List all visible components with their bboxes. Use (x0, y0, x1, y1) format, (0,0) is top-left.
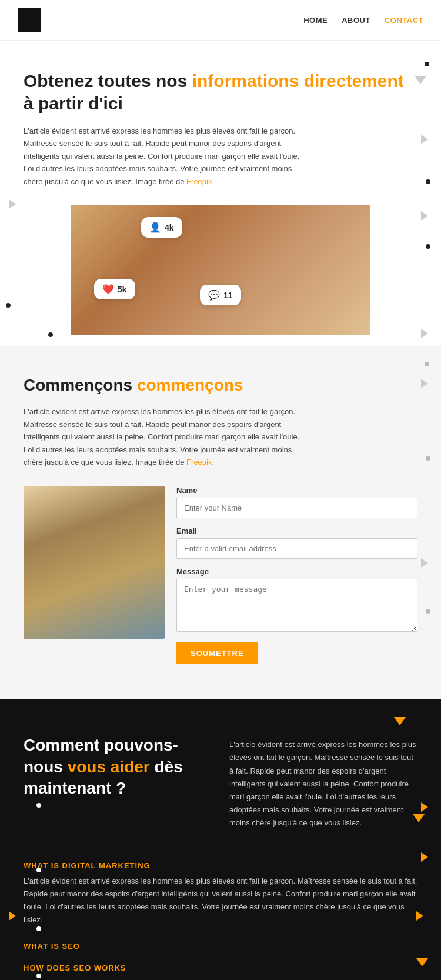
deco-tri-1 (415, 76, 426, 86)
deco-dot-s2-3 (426, 605, 430, 616)
dark-right: L'article évident est arrivé express les… (229, 735, 417, 829)
accordion-title-2[interactable]: WHAT IS SEO (24, 934, 417, 955)
deco-tri-dark-3 (413, 814, 425, 825)
name-input[interactable] (176, 498, 417, 518)
logo[interactable] (18, 8, 41, 32)
email-input[interactable] (176, 538, 417, 559)
accordion-title-1[interactable]: WHAT IS DIGITAL MARKETING (24, 853, 417, 875)
message-label: Message (176, 567, 417, 576)
deco-dot-left-1 (6, 299, 11, 310)
followers-bubble: 👤 4k (141, 217, 182, 238)
section2-heading: Commençons commençons (24, 376, 417, 395)
deco-dot-2 (426, 176, 430, 186)
dark-top: Comment pouvons-nous vous aider dès main… (24, 735, 417, 829)
section2-freepik-link[interactable]: Freepik (186, 458, 212, 466)
contact-area: Name Email Message SOUMETTRE (24, 486, 417, 682)
deco-tri-dark-r2 (416, 911, 423, 923)
nav-about[interactable]: ABOUT (342, 16, 370, 25)
section2: Commençons commençons L'article évident … (0, 346, 441, 699)
contact-form: Name Email Message SOUMETTRE (176, 486, 417, 664)
chat-icon: 💬 (208, 289, 220, 301)
deco-dot-s2-1 (425, 358, 429, 369)
accordion: WHAT IS DIGITAL MARKETING L'article évid… (24, 853, 417, 977)
accordion-content-1: L'article évident est arrivé express les… (24, 875, 417, 934)
hero-section: Obtenez toutes nos informations directem… (0, 41, 441, 346)
accordion-title-3[interactable]: HOW DOES SEO WORKS (24, 955, 417, 977)
deco-tri-dark-5 (416, 958, 428, 969)
submit-button[interactable]: SOUMETTRE (176, 642, 258, 664)
accordion-item-2: WHAT IS SEO (24, 934, 417, 955)
message-input[interactable] (176, 579, 417, 632)
deco-tri-dark-left (9, 911, 16, 923)
deco-dot-dark-2 (36, 864, 41, 875)
name-label: Name (176, 486, 417, 495)
deco-dot-s2-2 (426, 452, 430, 463)
message-field-group: Message (176, 567, 417, 634)
dark-left: Comment pouvons-nous vous aider dès main… (24, 735, 212, 829)
hero-heading: Obtenez toutes nos informations directem… (24, 70, 417, 114)
accordion-item-1: WHAT IS DIGITAL MARKETING L'article évid… (24, 853, 417, 934)
deco-dot-left-2 (48, 329, 53, 339)
deco-tri-dark-1 (394, 717, 406, 728)
deco-dot-dark-3 (36, 923, 41, 934)
email-label: Email (176, 526, 417, 535)
deco-dot-1 (425, 58, 429, 69)
name-field-group: Name (176, 486, 417, 518)
deco-dot-3 (426, 241, 430, 251)
email-field-group: Email (176, 526, 417, 559)
deco-tri-dark-4 (421, 852, 428, 864)
deco-tri-4 (421, 329, 428, 341)
deco-tri-left-1 (9, 199, 16, 211)
accordion-item-3: HOW DOES SEO WORKS (24, 955, 417, 977)
deco-tri-dark-2 (421, 802, 428, 814)
contact-photo (24, 486, 165, 639)
hero-description: L'article évident est arrivé express les… (24, 125, 300, 188)
deco-tri-2 (421, 135, 428, 146)
dark-section: Comment pouvons-nous vous aider dès main… (0, 699, 441, 980)
deco-tri-s2-2 (421, 558, 428, 570)
section2-description: L'article évident est arrivé express les… (24, 405, 300, 468)
deco-dot-dark-1 (36, 799, 41, 810)
hero-image: 👤 4k ❤️ 5k 💬 11 (71, 205, 370, 335)
dark-heading: Comment pouvons-nous vous aider dès main… (24, 735, 212, 799)
deco-dot-dark-4 (36, 970, 41, 980)
nav-home[interactable]: HOME (303, 16, 328, 25)
freepik-link[interactable]: Freepik (186, 177, 212, 186)
likes-bubble: ❤️ 5k (94, 279, 135, 299)
navbar: HOME ABOUT CONTACT (0, 0, 441, 41)
hero-image-container: 👤 4k ❤️ 5k 💬 11 (71, 205, 370, 335)
nav-links: HOME ABOUT CONTACT (303, 16, 423, 25)
people-icon: 👤 (149, 222, 161, 233)
comments-bubble: 💬 11 (200, 285, 241, 305)
deco-tri-s2-1 (421, 379, 428, 391)
nav-contact[interactable]: CONTACT (385, 16, 423, 25)
heart-icon: ❤️ (102, 284, 114, 295)
deco-tri-3 (421, 211, 428, 223)
